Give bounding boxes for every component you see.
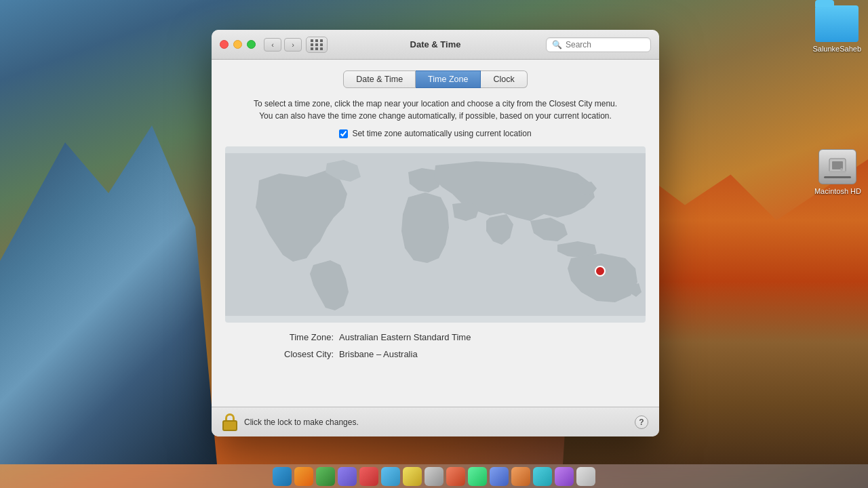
closest-city-value: Brisbane – Australia xyxy=(339,349,418,359)
dock-item-mail[interactable] xyxy=(338,467,357,486)
window-content: Date & Time Time Zone Clock To select a … xyxy=(212,60,659,407)
svg-rect-3 xyxy=(829,171,846,174)
search-box[interactable]: 🔍 xyxy=(546,37,651,52)
close-button[interactable] xyxy=(220,40,229,49)
dock-item-calendar[interactable] xyxy=(446,467,465,486)
dock-item-trash[interactable] xyxy=(576,467,595,486)
tab-time-zone[interactable]: Time Zone xyxy=(416,70,481,88)
dock-item-appstore[interactable] xyxy=(511,467,530,486)
hd-icon-image xyxy=(818,149,856,184)
nav-buttons: ‹ › xyxy=(264,38,302,52)
bottom-bar: Click the lock to make changes. ? xyxy=(212,407,659,436)
dock-item-photos[interactable] xyxy=(359,467,378,486)
tz-info-section: Time Zone: Australian Eastern Standard T… xyxy=(212,323,659,369)
world-map-container[interactable] xyxy=(225,146,646,323)
closest-city-row: Closest City: Brisbane – Australia xyxy=(252,349,618,359)
window-title: Date & Time xyxy=(410,39,461,49)
svg-point-2 xyxy=(840,168,843,171)
forward-button[interactable]: › xyxy=(284,38,302,52)
title-bar: ‹ › Date & Time 🔍 xyxy=(212,30,659,60)
tz-value: Australian Eastern Standard Time xyxy=(339,332,471,342)
minimize-button[interactable] xyxy=(233,40,242,49)
tab-bar: Date & Time Time Zone Clock xyxy=(212,70,659,88)
folder-desktop-icon[interactable]: SalunkeSaheb xyxy=(812,5,861,53)
info-line-1: To select a time zone, click the map nea… xyxy=(252,98,618,110)
tz-row: Time Zone: Australian Eastern Standard T… xyxy=(252,332,618,342)
search-input[interactable] xyxy=(566,40,645,49)
auto-tz-label: Set time zone automatically using curren… xyxy=(352,129,531,138)
dock-item-itunes[interactable] xyxy=(533,467,552,486)
lock-label: Click the lock to make changes. xyxy=(244,418,628,427)
auto-tz-row: Set time zone automatically using curren… xyxy=(212,129,659,138)
dock-item-preferences[interactable] xyxy=(555,467,574,486)
hd-drive-graphic xyxy=(827,157,848,176)
tab-clock[interactable]: Clock xyxy=(481,70,527,88)
info-text: To select a time zone, click the map nea… xyxy=(212,98,659,122)
lock-button[interactable] xyxy=(222,413,237,431)
tab-date-time[interactable]: Date & Time xyxy=(343,70,416,88)
auto-tz-checkbox[interactable] xyxy=(339,129,348,138)
dock-item-launchpad[interactable] xyxy=(294,467,313,486)
svg-point-5 xyxy=(595,266,605,276)
dock-item-contacts[interactable] xyxy=(425,467,443,486)
back-button[interactable]: ‹ xyxy=(264,38,281,52)
folder-icon-label: SalunkeSaheb xyxy=(812,45,861,53)
dock-item-messages[interactable] xyxy=(381,467,400,486)
traffic-lights xyxy=(220,40,256,49)
help-button[interactable]: ? xyxy=(635,415,648,429)
date-time-window: ‹ › Date & Time 🔍 Date & Time xyxy=(212,30,659,436)
desktop: SalunkeSaheb Macintosh HD ‹ › xyxy=(0,0,868,488)
lock-body xyxy=(222,420,237,431)
search-icon: 🔍 xyxy=(552,40,562,49)
dock-item-finder[interactable] xyxy=(273,467,292,486)
dock-item-maps[interactable] xyxy=(403,467,422,486)
maximize-button[interactable] xyxy=(247,40,256,49)
info-line-2: You can also have the time zone change a… xyxy=(252,110,618,122)
grid-icon xyxy=(311,39,323,50)
dock-item-safari[interactable] xyxy=(316,467,335,486)
closest-city-label: Closest City: xyxy=(252,349,334,359)
dock-item-reminders[interactable] xyxy=(490,467,509,486)
mountain-bg xyxy=(0,125,217,464)
hd-icon-label: Macintosh HD xyxy=(814,187,861,195)
dock xyxy=(0,464,868,488)
folder-icon-image xyxy=(815,5,859,42)
tz-label: Time Zone: xyxy=(252,332,334,342)
grid-view-button[interactable] xyxy=(306,37,328,53)
world-map-svg xyxy=(225,146,646,323)
dock-item-notes[interactable] xyxy=(468,467,487,486)
hd-desktop-icon[interactable]: Macintosh HD xyxy=(814,149,861,195)
